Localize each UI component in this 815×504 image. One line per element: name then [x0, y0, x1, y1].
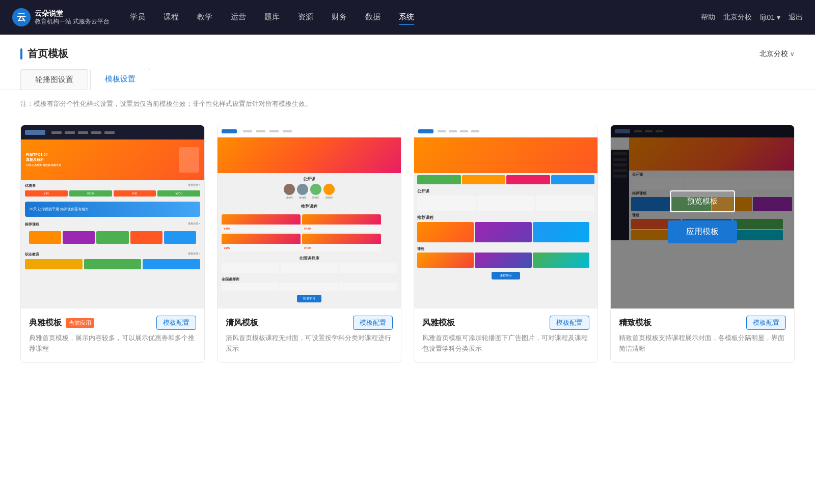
config-button-qingfeng[interactable]: 模板配置: [353, 316, 393, 330]
tabs: 轮播图设置 模板设置: [0, 69, 815, 90]
nav-shuju[interactable]: 数据: [365, 10, 381, 25]
template-card-jingzhi: 公开课 推荐课程: [610, 125, 795, 363]
apply-button-jingzhi[interactable]: 应用模板: [668, 220, 737, 243]
help-link[interactable]: 帮助: [701, 13, 715, 22]
nav-tiku[interactable]: 题库: [264, 10, 280, 25]
nav-xueyuan[interactable]: 学员: [130, 10, 145, 25]
template-preview-fengya: 公开课 推荐课程: [414, 125, 597, 309]
tab-template[interactable]: 模板设置: [90, 69, 150, 90]
chevron-down-icon: ∨: [790, 50, 795, 58]
template-preview-jingzhi: 公开课 推荐课程: [611, 125, 794, 309]
dropdown-icon: ▾: [777, 13, 780, 21]
template-name-qingfeng: 清风模板: [226, 318, 258, 328]
template-card-dianye: 托福TPO1-54真题及解析口语·心态感受·搞定题·体验平台 优惠券查看全部 >…: [20, 125, 205, 363]
logo-text: 云朵说堂 教育机构一站 式服务云平台: [35, 9, 110, 26]
main-content: 首页模板 北京分校 ∨ 轮播图设置 模板设置 注：模板有部分个性化样式设置，设置…: [0, 35, 815, 504]
nav-caiwu[interactable]: 财务: [332, 10, 347, 25]
template-card-fengya: 公开课 推荐课程: [414, 125, 598, 363]
navbar-right: 帮助 北京分校 lijt01 ▾ 退出: [701, 13, 803, 22]
page-header: 首页模板 北京分校 ∨: [0, 35, 815, 69]
user-dropdown[interactable]: lijt01 ▾: [760, 13, 780, 21]
nav-yunying[interactable]: 运营: [231, 10, 246, 25]
tab-carousel[interactable]: 轮播图设置: [20, 69, 88, 90]
config-button-dianye[interactable]: 模板配置: [156, 316, 196, 330]
note-text: 注：模板有部分个性化样式设置，设置后仅当前模板生效；非个性化样式设置后针对所有模…: [0, 90, 815, 113]
template-desc-dianye: 典雅首页模板，展示内容较多，可以展示优惠券和多个推荐课程: [29, 333, 196, 354]
config-button-jingzhi[interactable]: 模板配置: [746, 316, 786, 330]
template-name-fengya: 风雅模板: [422, 318, 455, 328]
template-desc-fengya: 风雅首页模板可添加轮播图下广告图片，可对课程及课程包设置学科分类展示: [422, 333, 589, 354]
config-button-fengya[interactable]: 模板配置: [550, 316, 589, 330]
template-name-jingzhi: 精致模板: [619, 318, 651, 328]
template-preview-dianye: 托福TPO1-54真题及解析口语·心态感受·搞定题·体验平台 优惠券查看全部 >…: [21, 125, 204, 309]
template-info-fengya: 风雅模板 模板配置 风雅首页模板可添加轮播图下广告图片，可对课程及课程包设置学科…: [414, 309, 597, 362]
templates-grid: 托福TPO1-54真题及解析口语·心态感受·搞定题·体验平台 优惠券查看全部 >…: [0, 113, 815, 383]
preview-button-jingzhi[interactable]: 预览模板: [670, 190, 735, 212]
template-info-jingzhi: 精致模板 模板配置 精致首页模板支持课程展示封面，各模板分隔明显，界面简洁清晰: [611, 309, 794, 362]
logout-link[interactable]: 退出: [789, 13, 803, 22]
template-overlay-jingzhi: 预览模板 应用模板: [611, 125, 794, 309]
template-card-qingfeng: 公开课 讲师A 讲师B 讲: [217, 125, 401, 363]
template-desc-qingfeng: 清风首页模板课程无封面，可设置按学科分类对课程进行展示: [226, 333, 393, 354]
nav-xitong[interactable]: 系统: [399, 10, 414, 25]
branch-selector[interactable]: 北京分校 ∨: [759, 49, 795, 59]
navbar: 云 云朵说堂 教育机构一站 式服务云平台 学员 课程 教学 运营 题库 资源 财…: [0, 0, 815, 35]
logo-icon: 云: [12, 8, 31, 26]
nav-jiaoxue[interactable]: 教学: [197, 10, 212, 25]
branch-link[interactable]: 北京分校: [723, 13, 752, 22]
page-title: 首页模板: [20, 47, 68, 61]
template-name-dianye: 典雅模板: [29, 318, 62, 328]
logo: 云 云朵说堂 教育机构一站 式服务云平台: [12, 8, 110, 26]
nav-kecheng[interactable]: 课程: [164, 10, 179, 25]
nav-ziyuan[interactable]: 资源: [298, 10, 313, 25]
main-nav: 学员 课程 教学 运营 题库 资源 财务 数据 系统: [130, 10, 701, 25]
username: lijt01: [760, 13, 775, 21]
template-desc-jingzhi: 精致首页模板支持课程展示封面，各模板分隔明显，界面简洁清晰: [619, 333, 786, 354]
template-info-qingfeng: 清风模板 模板配置 清风首页模板课程无封面，可设置按学科分类对课程进行展示: [218, 309, 401, 362]
template-info-dianye: 典雅模板 当前应用 模板配置 典雅首页模板，展示内容较多，可以展示优惠券和多个推…: [21, 309, 204, 362]
template-preview-qingfeng: 公开课 讲师A 讲师B 讲: [218, 125, 401, 309]
current-badge: 当前应用: [66, 318, 94, 328]
